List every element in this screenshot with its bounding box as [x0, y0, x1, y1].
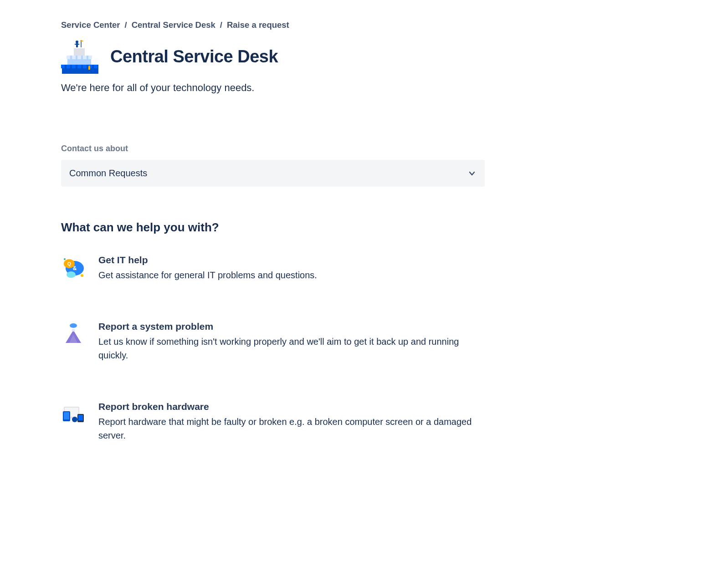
request-description: Let us know if something isn't working p… — [98, 335, 485, 362]
page-title: Central Service Desk — [110, 47, 278, 66]
svg-rect-33 — [64, 412, 69, 419]
svg-rect-5 — [83, 65, 87, 68]
svg-point-36 — [72, 417, 77, 422]
request-description: Get assistance for general IT problems a… — [98, 268, 485, 282]
request-text: Report a system problem Let us know if s… — [98, 321, 485, 362]
svg-rect-13 — [88, 56, 92, 59]
svg-rect-2 — [67, 65, 70, 68]
breadcrumb-link-service-center[interactable]: Service Center — [61, 20, 120, 30]
request-list: Q & Get IT help Get assistance for gener… — [61, 255, 485, 442]
request-text: Report broken hardware Report hardware t… — [98, 401, 485, 442]
breadcrumb-separator: / — [125, 20, 127, 30]
request-title: Report a system problem — [98, 321, 485, 332]
svg-rect-1 — [61, 65, 65, 68]
svg-rect-9 — [67, 56, 70, 59]
request-item-report-broken-hardware[interactable]: Report broken hardware Report hardware t… — [61, 401, 485, 442]
volcano-icon — [61, 321, 86, 346]
breadcrumb-link-raise-request[interactable]: Raise a request — [227, 20, 289, 30]
svg-rect-17 — [75, 44, 79, 45]
request-title: Report broken hardware — [98, 401, 485, 412]
breadcrumb-separator: / — [220, 20, 222, 30]
tagline: We're here for all of your technology ne… — [61, 82, 667, 94]
request-title: Get IT help — [98, 255, 485, 266]
contact-label: Contact us about — [61, 144, 667, 153]
request-item-report-system-problem[interactable]: Report a system problem Let us know if s… — [61, 321, 485, 362]
svg-point-25 — [67, 271, 76, 278]
svg-point-29 — [72, 329, 75, 332]
request-text: Get IT help Get assistance for general I… — [98, 255, 485, 282]
svg-rect-35 — [78, 415, 83, 420]
svg-rect-4 — [77, 65, 81, 68]
svg-point-28 — [70, 323, 77, 328]
breadcrumb: Service Center / Central Service Desk / … — [61, 20, 667, 30]
svg-rect-3 — [72, 65, 76, 68]
breadcrumb-link-central-service-desk[interactable]: Central Service Desk — [132, 20, 215, 30]
devices-icon — [61, 401, 86, 426]
svg-point-27 — [64, 258, 66, 260]
svg-rect-11 — [77, 56, 81, 59]
request-item-get-it-help[interactable]: Q & Get IT help Get assistance for gener… — [61, 255, 485, 282]
svg-point-26 — [81, 274, 83, 277]
help-heading: What can we help you with? — [61, 220, 667, 235]
svg-rect-14 — [74, 48, 85, 56]
contact-category-select[interactable]: Common Requests — [61, 160, 485, 187]
svg-rect-20 — [88, 67, 90, 70]
svg-rect-7 — [94, 65, 97, 68]
select-value: Common Requests — [69, 168, 147, 179]
svg-rect-10 — [72, 56, 76, 59]
svg-rect-12 — [83, 56, 87, 59]
chevron-down-icon — [467, 169, 477, 178]
service-desk-logo-icon — [61, 39, 99, 74]
header: Central Service Desk — [61, 39, 667, 74]
svg-text:&: & — [73, 265, 77, 271]
svg-text:Q: Q — [67, 261, 71, 266]
svg-rect-16 — [76, 43, 78, 47]
request-description: Report hardware that might be faulty or … — [98, 415, 485, 442]
chat-bubbles-icon: Q & — [61, 255, 86, 279]
